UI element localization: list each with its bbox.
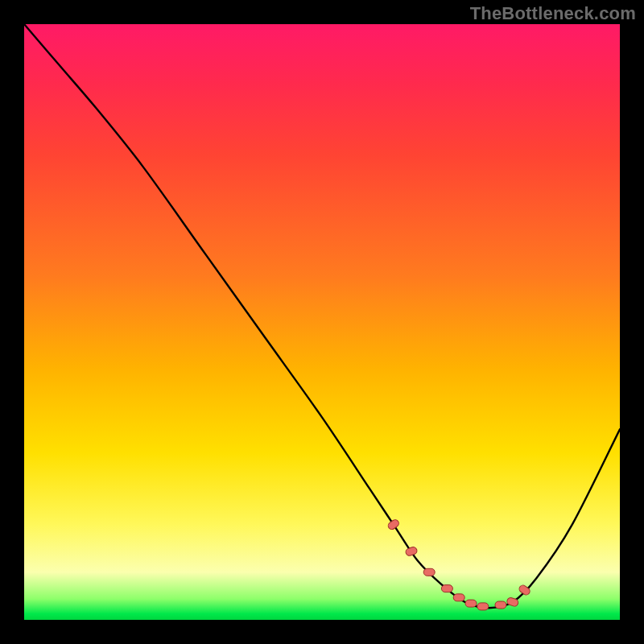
optimal-range-markers — [386, 518, 530, 610]
optimal-marker — [423, 568, 435, 576]
optimal-marker — [465, 600, 477, 607]
optimal-marker — [386, 518, 400, 530]
chart-svg — [24, 24, 620, 620]
optimal-marker — [495, 601, 506, 609]
optimal-marker — [405, 546, 418, 556]
bottleneck-curve — [24, 24, 620, 608]
optimal-marker — [453, 594, 464, 601]
watermark-text: TheBottleneck.com — [470, 3, 636, 24]
optimal-marker — [477, 603, 489, 610]
optimal-marker — [441, 585, 452, 592]
chart-plot-area — [24, 24, 620, 620]
